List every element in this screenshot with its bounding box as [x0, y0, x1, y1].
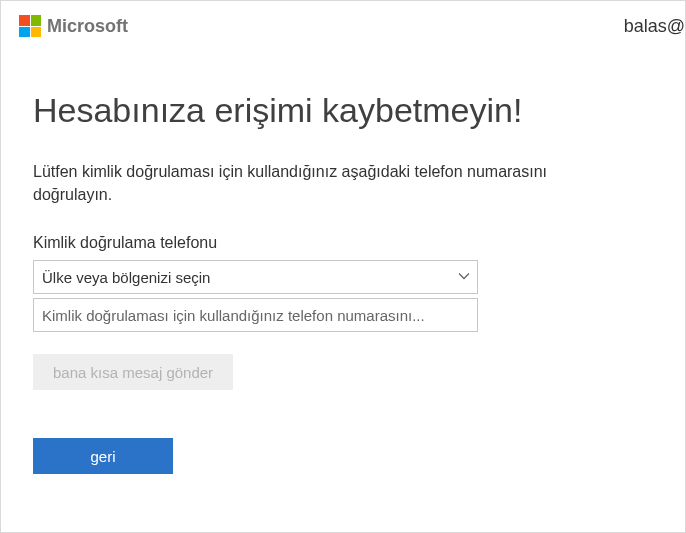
send-sms-button[interactable]: bana kısa mesaj gönder — [33, 354, 233, 390]
main-content: Hesabınıza erişimi kaybetmeyin! Lütfen k… — [1, 51, 685, 474]
country-select[interactable]: Ülke veya bölgenizi seçin — [33, 260, 478, 294]
back-button[interactable]: geri — [33, 438, 173, 474]
country-select-wrap: Ülke veya bölgenizi seçin — [33, 260, 478, 294]
phone-input[interactable] — [33, 298, 478, 332]
page-title: Hesabınıza erişimi kaybetmeyin! — [33, 91, 653, 130]
phone-label: Kimlik doğrulama telefonu — [33, 234, 653, 252]
microsoft-logo-icon — [19, 15, 41, 37]
brand: Microsoft — [19, 15, 128, 37]
instruction-text: Lütfen kimlik doğrulaması için kullandığ… — [33, 160, 553, 206]
country-select-value: Ülke veya bölgenizi seçin — [42, 269, 210, 286]
header: Microsoft balas@ — [1, 1, 685, 51]
brand-text: Microsoft — [47, 16, 128, 37]
user-email: balas@ — [624, 16, 685, 37]
